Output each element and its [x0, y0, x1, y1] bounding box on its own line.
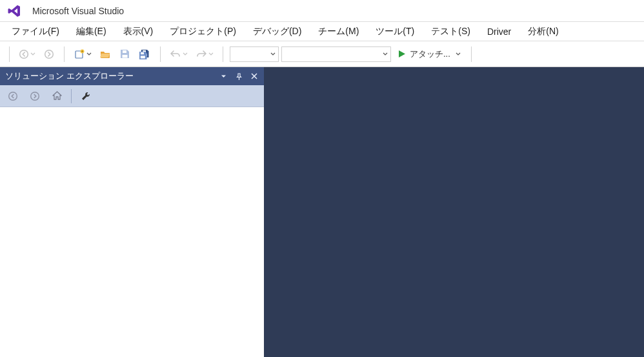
chevron-down-icon: [85, 52, 92, 57]
close-icon: [251, 73, 257, 79]
menu-project[interactable]: プロジェクト(P): [163, 23, 243, 40]
nav-forward-button[interactable]: [41, 46, 57, 63]
svg-point-11: [31, 92, 39, 100]
panel-nav-forward-button[interactable]: [27, 88, 43, 104]
panel-header[interactable]: ソリューション エクスプローラー: [0, 67, 264, 85]
svg-rect-8: [141, 52, 144, 54]
editor-area: [265, 67, 644, 357]
menu-team[interactable]: チーム(M): [312, 23, 365, 40]
menu-test[interactable]: テスト(S): [425, 23, 477, 40]
wrench-icon: [80, 90, 92, 102]
toolbar-separator: [160, 46, 161, 62]
panel-title: ソリューション エクスプローラー: [5, 70, 134, 82]
svg-rect-5: [122, 55, 127, 58]
toolbar-separator: [71, 89, 72, 103]
chevron-down-icon: [207, 52, 214, 57]
toolbar-separator: [9, 46, 10, 62]
svg-rect-9: [141, 56, 145, 58]
undo-button[interactable]: [167, 46, 190, 63]
chevron-down-icon: [270, 52, 276, 57]
play-icon: [397, 50, 406, 58]
menu-debug[interactable]: デバッグ(D): [247, 23, 308, 40]
chevron-down-icon: [454, 52, 461, 57]
panel-window-position-button[interactable]: [219, 72, 228, 81]
chevron-down-icon: [181, 52, 188, 57]
redo-button[interactable]: [193, 46, 216, 63]
menu-tools[interactable]: ツール(T): [369, 23, 421, 40]
toolbar-separator: [471, 46, 472, 62]
solution-platforms-combo[interactable]: [281, 46, 391, 62]
menu-driver[interactable]: Driver: [481, 24, 518, 39]
save-button[interactable]: [116, 46, 133, 63]
toolbar-separator: [223, 46, 223, 62]
panel-nav-back-button[interactable]: [5, 88, 21, 104]
panel-toolbar: [0, 85, 264, 107]
menu-view[interactable]: 表示(V): [117, 23, 160, 40]
menu-bar: ファイル(F) 編集(E) 表示(V) プロジェクト(P) デバッグ(D) チー…: [0, 22, 644, 41]
solution-explorer-panel: ソリューション エクスプローラー: [0, 67, 265, 357]
start-attach-label: アタッチ...: [410, 48, 450, 60]
chevron-down-icon: [383, 52, 388, 57]
menu-edit[interactable]: 編集(E): [70, 23, 113, 40]
solution-configurations-combo[interactable]: [230, 46, 279, 62]
menu-analyze[interactable]: 分析(N): [521, 23, 565, 40]
svg-point-1: [45, 50, 54, 58]
nav-back-button[interactable]: [16, 46, 38, 63]
solution-explorer-tree[interactable]: [0, 107, 264, 357]
panel-pin-button[interactable]: [234, 72, 243, 81]
panel-home-button[interactable]: [49, 88, 65, 104]
chevron-down-icon: [221, 74, 226, 79]
pin-icon: [236, 73, 243, 80]
title-bar: Microsoft Visual Studio: [0, 0, 644, 22]
open-file-button[interactable]: [97, 46, 114, 63]
save-all-button[interactable]: [136, 46, 154, 63]
svg-rect-4: [123, 50, 126, 53]
menu-file[interactable]: ファイル(F): [5, 23, 66, 40]
standard-toolbar: アタッチ...: [0, 41, 644, 67]
svg-point-10: [9, 92, 17, 100]
chevron-down-icon: [29, 52, 35, 57]
svg-point-0: [20, 50, 28, 58]
new-project-button[interactable]: [71, 46, 94, 63]
work-area: ソリューション エクスプローラー: [0, 67, 644, 357]
vs-logo-icon: [6, 3, 22, 19]
toolbar-separator: [64, 46, 65, 62]
panel-properties-button[interactable]: [78, 88, 94, 104]
panel-close-button[interactable]: [250, 72, 259, 81]
start-attach-button[interactable]: アタッチ...: [394, 46, 465, 63]
app-title: Microsoft Visual Studio: [32, 6, 124, 16]
home-icon: [52, 90, 63, 101]
